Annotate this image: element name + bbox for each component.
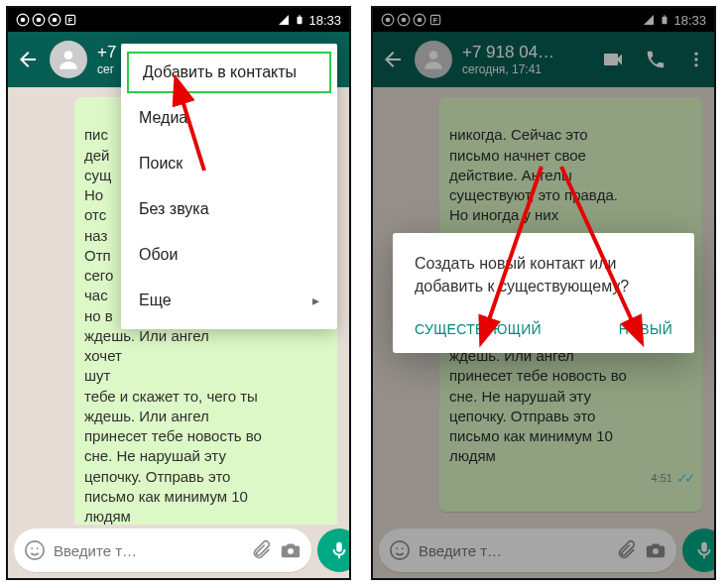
add-contact-dialog: Создать новый контакт или добавить к сущ… xyxy=(393,233,694,353)
menu-more[interactable]: Еще ▸ xyxy=(121,278,337,323)
emoji-icon[interactable] xyxy=(24,539,46,561)
svg-point-15 xyxy=(288,548,294,554)
chevron-right-icon: ▸ xyxy=(312,293,319,308)
svg-rect-9 xyxy=(300,15,302,16)
camera-icon[interactable] xyxy=(280,539,302,561)
dialog-message: Создать новый контакт или добавить к сущ… xyxy=(415,253,672,297)
status-right: 18:33 xyxy=(277,13,341,28)
phone-left: F 18:33 +7 сег пис дей сущ Но отс наз От xyxy=(6,6,351,580)
message-input[interactable] xyxy=(54,542,242,559)
menu-media[interactable]: Медиа xyxy=(121,95,337,141)
svg-point-14 xyxy=(37,547,39,549)
svg-point-12 xyxy=(26,541,44,559)
mic-button[interactable] xyxy=(317,529,351,572)
message-input-container[interactable] xyxy=(14,529,311,572)
status-time: 18:33 xyxy=(308,13,341,28)
menu-label: Медиа xyxy=(139,109,187,127)
svg-point-3 xyxy=(37,18,42,23)
menu-label: Добавить в контакты xyxy=(143,63,297,81)
svg-point-10 xyxy=(64,51,73,59)
menu-wallpaper[interactable]: Обои xyxy=(121,232,337,278)
existing-contact-button[interactable]: СУЩЕСТВУЮЩИЙ xyxy=(415,321,542,337)
menu-label: Без звука xyxy=(139,200,209,218)
notif-icon xyxy=(32,13,46,27)
menu-add-to-contacts[interactable]: Добавить в контакты xyxy=(125,50,333,95)
status-bar: F 18:33 xyxy=(8,8,349,32)
attach-icon[interactable] xyxy=(250,539,272,561)
menu-search[interactable]: Поиск xyxy=(121,141,337,186)
menu-label: Поиск xyxy=(139,155,182,173)
back-arrow-icon[interactable] xyxy=(16,48,40,71)
new-contact-button[interactable]: НОВЫЙ xyxy=(619,321,672,337)
f-icon: F xyxy=(63,13,77,27)
notif-icon xyxy=(16,13,30,27)
battery-icon xyxy=(295,13,304,27)
options-menu: Добавить в контакты Медиа Поиск Без звук… xyxy=(121,44,337,329)
avatar[interactable] xyxy=(50,41,87,78)
phone-right: F 18:33 +7 918 04… сегодня, 17:41 xyxy=(371,6,716,580)
status-icons-left: F xyxy=(16,13,77,27)
svg-rect-8 xyxy=(298,17,303,25)
input-bar xyxy=(14,529,343,572)
svg-point-5 xyxy=(53,18,58,23)
dialog-overlay: Создать новый контакт или добавить к сущ… xyxy=(373,8,714,578)
menu-label: Еще xyxy=(139,292,172,309)
svg-point-13 xyxy=(31,547,33,549)
dialog-actions: СУЩЕСТВУЮЩИЙ НОВЫЙ xyxy=(415,315,672,343)
svg-point-1 xyxy=(21,18,26,23)
notif-icon xyxy=(48,13,61,27)
menu-mute[interactable]: Без звука xyxy=(121,186,337,232)
svg-text:F: F xyxy=(68,17,73,24)
menu-label: Обои xyxy=(139,246,178,264)
signal-icon xyxy=(277,14,291,26)
